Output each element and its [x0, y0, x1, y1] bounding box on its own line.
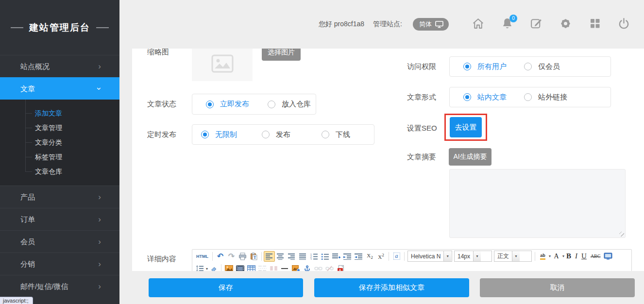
italic-button[interactable]: I: [573, 251, 579, 262]
thumbnail-preview[interactable]: [192, 49, 253, 81]
paste-word-icon[interactable]: T: [248, 251, 259, 262]
font-size-value: 14px: [455, 251, 473, 261]
fullscreen-icon[interactable]: [602, 251, 613, 262]
resize-grip-icon[interactable]: [619, 232, 624, 236]
radio-selected-icon: [463, 93, 471, 101]
sidebar-item-articles[interactable]: 文章 ›: [0, 77, 119, 100]
font-size-select[interactable]: 14px▾: [454, 251, 492, 262]
summary-label: 文章摘要: [407, 152, 436, 162]
sidebar-item-members[interactable]: 会员›: [0, 230, 119, 253]
dropdown-arrow-icon[interactable]: ▾: [512, 251, 520, 261]
submenu-item-article-manage[interactable]: 文章管理: [0, 120, 119, 135]
align-left-icon[interactable]: [264, 251, 275, 262]
subscript-icon[interactable]: X2: [364, 251, 375, 262]
insert-paragraph-icon[interactable]: [331, 251, 342, 262]
summary-textarea[interactable]: [449, 169, 626, 238]
notifications-button[interactable]: 0: [501, 18, 514, 31]
chevron-right-icon: ›: [98, 186, 101, 208]
outdent-icon[interactable]: [353, 251, 364, 262]
pdf-icon[interactable]: A: [335, 263, 346, 271]
thumbnail-label: 缩略图: [147, 49, 169, 57]
home-button[interactable]: [472, 18, 485, 31]
bold-button[interactable]: B: [564, 251, 573, 262]
settings-button[interactable]: [559, 18, 572, 31]
chevron-right-icon: ›: [98, 231, 101, 253]
content-label: 详细内容: [147, 254, 176, 264]
compose-button[interactable]: [530, 18, 543, 31]
sidebar-item-site-overview[interactable]: 站点概况 ›: [0, 55, 119, 77]
sidebar-item-label: 文章: [20, 84, 35, 93]
toolbar-separator: [212, 252, 213, 261]
submenu-item-article-warehouse[interactable]: 文章仓库: [0, 164, 119, 179]
sidebar-item-orders[interactable]: 订单›: [0, 208, 119, 230]
radio-to-warehouse[interactable]: 放入仓库: [268, 94, 311, 114]
ordered-list-icon[interactable]: 123: [308, 251, 320, 262]
form-footer: 保存 保存并添加相似文章 取消: [119, 271, 644, 304]
save-and-add-similar-button[interactable]: 保存并添加相似文章: [314, 278, 469, 297]
radio-external-link[interactable]: 站外链接: [524, 87, 567, 107]
font-color-icon[interactable]: A: [551, 251, 562, 262]
access-label: 访问权限: [407, 62, 436, 71]
sidebar-item-distribution[interactable]: 分销›: [0, 253, 119, 275]
horizontal-rule-icon[interactable]: [279, 263, 290, 271]
redo-icon[interactable]: ↷: [226, 251, 237, 262]
radio-no-limit[interactable]: 无限制: [201, 125, 237, 144]
monitor-icon: [435, 21, 443, 28]
undo-icon[interactable]: ↶: [215, 251, 226, 262]
seo-setup-button[interactable]: 去设置: [450, 117, 482, 137]
radio-members-only[interactable]: 仅会员: [524, 57, 560, 76]
radio-onsite-article[interactable]: 站内文章: [463, 87, 507, 107]
submenu-item-article-category[interactable]: 文章分类: [0, 135, 119, 150]
radio-selected-icon: [463, 63, 471, 70]
logout-button[interactable]: [617, 18, 630, 31]
sidebar-nav: 站点概况 › 文章 › 添加文章 文章管理 文章分类 标签管理 文章仓库 产品›…: [0, 55, 119, 297]
superscript-icon[interactable]: X2: [375, 251, 387, 262]
schedule-label: 定时发布: [147, 130, 176, 139]
apps-grid-button[interactable]: [588, 18, 601, 31]
radio-publish-time[interactable]: 发布: [262, 125, 290, 144]
eraser-icon[interactable]: [208, 263, 219, 271]
radio-offline-time[interactable]: 下线: [322, 125, 350, 144]
image-icon[interactable]: [223, 263, 235, 271]
html-source-button[interactable]: HTML: [194, 251, 210, 262]
strikethrough-button[interactable]: ABC: [589, 251, 603, 262]
align-justify-icon[interactable]: [297, 251, 308, 262]
radio-all-users[interactable]: 所有用户: [463, 57, 507, 76]
unordered-list-icon[interactable]: [320, 251, 331, 262]
cancel-button[interactable]: 取消: [480, 278, 635, 297]
radio-selected-icon: [206, 101, 214, 108]
sidebar-item-products[interactable]: 产品›: [0, 186, 119, 208]
highlight-icon[interactable]: ab: [537, 251, 548, 262]
sidebar-item-mail-sms-wechat[interactable]: 邮件/短信/微信›: [0, 275, 119, 297]
choose-image-button[interactable]: 选择图片: [262, 49, 301, 61]
sidebar-item-label: 站点概况: [20, 62, 50, 70]
page-break-icon: [257, 263, 268, 271]
table-icon[interactable]: [246, 263, 257, 271]
ai-generate-summary-button[interactable]: AI生成摘要: [449, 148, 491, 166]
submenu-item-tag-manage[interactable]: 标签管理: [0, 150, 119, 164]
anchor-icon[interactable]: a: [391, 251, 402, 262]
align-right-icon[interactable]: [286, 251, 297, 262]
language-pill-button[interactable]: 简体: [413, 18, 449, 31]
unlink-icon: [324, 263, 335, 271]
line-height-icon[interactable]: [194, 263, 205, 271]
paragraph-format-select[interactable]: 正文▾: [494, 251, 532, 262]
image-map-icon[interactable]: [290, 263, 302, 271]
submenu-item-add-article[interactable]: 添加文章: [0, 106, 119, 120]
video-icon[interactable]: [235, 263, 246, 271]
anchor-link-icon[interactable]: [302, 263, 313, 271]
dropdown-arrow-icon[interactable]: ▾: [473, 251, 481, 261]
rich-text-editor: HTML↶↷T123X2X2aHelvetica N▾14px▾正文▾ab▾A▾…: [192, 249, 632, 271]
save-button[interactable]: 保存: [149, 278, 303, 297]
print-icon[interactable]: [237, 251, 248, 262]
seo-label: 设置SEO: [407, 124, 437, 133]
topbar: 您好 pro8cf1a8 管理站点: 简体 0: [119, 0, 644, 49]
dropdown-arrow-icon[interactable]: ▾: [443, 251, 451, 261]
summary-textarea-wrap: [449, 169, 626, 238]
align-center-icon[interactable]: [275, 251, 286, 262]
radio-publish-now[interactable]: 立即发布: [206, 94, 249, 114]
indent-icon[interactable]: [342, 251, 353, 262]
underline-button[interactable]: U: [579, 251, 589, 262]
font-family-select[interactable]: Helvetica N▾: [407, 251, 452, 262]
admin-app: 建站管理后台 站点概况 › 文章 › 添加文章 文章管理 文章分类 标签管理 文…: [0, 0, 644, 304]
